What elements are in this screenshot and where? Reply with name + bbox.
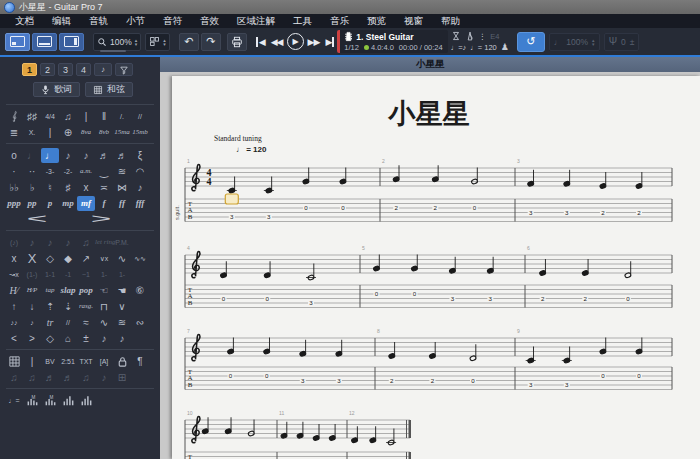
palette-icon[interactable]: ♭ xyxy=(23,180,41,195)
palette-icon[interactable]: ± xyxy=(77,331,95,346)
hourglass-icon[interactable] xyxy=(451,31,461,41)
score-canvas[interactable]: 44TABs.guit.13300222033322TAB40035003362… xyxy=(172,76,700,459)
palette-icon[interactable]: // xyxy=(59,315,77,330)
palette-icon[interactable]: > xyxy=(0,211,160,228)
palette-icon[interactable]: 15ma xyxy=(113,125,131,140)
palette-icon[interactable]: ♬ xyxy=(59,370,77,385)
palette-icon[interactable]: ♩ xyxy=(23,148,41,163)
palette-icon[interactable]: 1- xyxy=(113,267,131,282)
count-in-icon[interactable]: ♟ xyxy=(501,42,509,52)
palette-icon[interactable]: X. xyxy=(23,125,41,140)
palette-icon[interactable]: ♬ xyxy=(95,148,113,163)
palette-icon[interactable]: o xyxy=(5,148,23,163)
track-display[interactable]: 1. Steel Guitar 1/12 4.0:4.0 00:00 / 00:… xyxy=(337,30,447,53)
page-layout-control[interactable]: ▴▾ xyxy=(145,33,170,51)
palette-icon[interactable]: ↝x xyxy=(5,267,23,282)
palette-icon[interactable]: ◠ xyxy=(131,164,149,179)
palette-icon[interactable]: ♪ xyxy=(95,370,113,385)
palette-icon[interactable]: ≣ xyxy=(5,125,23,140)
palette-icon[interactable]: | xyxy=(77,109,95,124)
palette-icon[interactable]: ♪ xyxy=(77,148,95,163)
palette-icon[interactable]: ♪ xyxy=(23,315,41,330)
menu-item[interactable]: 音效 xyxy=(191,14,228,28)
palette-icon[interactable]: mf xyxy=(77,196,95,211)
palette-icon[interactable]: ⊕ xyxy=(59,125,77,140)
palette-icon[interactable]: p xyxy=(41,196,59,211)
more-options-icon[interactable]: ⋮ xyxy=(479,32,487,41)
zoom-stepper[interactable]: ▴▾ xyxy=(135,38,138,46)
palette-icon[interactable]: ·· xyxy=(23,164,41,179)
menu-item[interactable]: 音轨 xyxy=(80,14,117,28)
palette-icon[interactable]: ♮ xyxy=(41,180,59,195)
palette-icon[interactable]: ♯ xyxy=(59,180,77,195)
view-mode-screen-button[interactable] xyxy=(59,33,84,51)
palette-icon[interactable]: ♩ xyxy=(41,148,59,163)
eq-icon[interactable] xyxy=(77,393,95,408)
palette-icon[interactable]: x xyxy=(5,251,23,266)
note-equals-toggle[interactable]: ♩=♪ xyxy=(451,43,467,52)
palette-icon[interactable]: ⋈ xyxy=(113,180,131,195)
palette-icon[interactable]: ↗ xyxy=(77,251,95,266)
palette-icon[interactable]: | xyxy=(23,354,41,369)
chords-button[interactable]: 和弦 xyxy=(85,82,133,97)
palette-icon[interactable]: ♩= xyxy=(5,393,23,408)
palette-icon[interactable]: ff xyxy=(113,196,131,211)
fast-forward-button[interactable]: ▶▶ xyxy=(306,37,322,47)
palette-icon[interactable]: < xyxy=(5,331,23,346)
palette-icon[interactable]: [A] xyxy=(95,354,113,369)
palette-icon[interactable]: H⁄P xyxy=(23,283,41,298)
view-mode-parchment-button[interactable] xyxy=(32,33,57,51)
palette-icon[interactable]: ♫ xyxy=(59,109,77,124)
palette-icon[interactable]: ⑥ xyxy=(131,283,149,298)
palette-icon[interactable]: ☚ xyxy=(113,283,131,298)
voice-tab-2[interactable]: 2 xyxy=(40,63,55,76)
palette-icon[interactable]: ♬ xyxy=(41,370,59,385)
palette-icon[interactable]: > xyxy=(23,331,41,346)
palette-icon[interactable]: rasg. xyxy=(77,299,95,314)
eqm-icon[interactable] xyxy=(23,393,41,408)
palette-icon[interactable]: // xyxy=(131,109,149,124)
palette-icon[interactable]: ◇ xyxy=(41,331,59,346)
palette-icon[interactable]: ∨ xyxy=(113,299,131,314)
print-button[interactable] xyxy=(227,33,247,51)
palette-icon[interactable]: ⇡ xyxy=(41,299,59,314)
zoom-control[interactable]: 100% ▴▾ xyxy=(93,33,141,51)
rewind-button[interactable]: ◀◀ xyxy=(269,37,285,47)
palette-icon[interactable]: 1-1 xyxy=(41,267,59,282)
menu-item[interactable]: 音乐 xyxy=(321,14,358,28)
menu-item[interactable]: 视窗 xyxy=(395,14,432,28)
palette-icon[interactable]: ♯♯ xyxy=(23,109,41,124)
palette-icon[interactable]: f xyxy=(95,196,113,211)
palette-icon[interactable]: ≍ xyxy=(95,180,113,195)
palette-icon[interactable]: -1 xyxy=(59,267,77,282)
palette-icon[interactable]: ♪ xyxy=(113,331,131,346)
go-to-end-button[interactable]: ▶ xyxy=(323,37,334,47)
eq-icon[interactable] xyxy=(59,393,77,408)
palette-icon[interactable]: ↓ xyxy=(23,299,41,314)
lyrics-button[interactable]: 歌词 xyxy=(33,82,80,97)
palette-icon[interactable]: ≋ xyxy=(113,315,131,330)
palette-icon[interactable]: ‿ xyxy=(95,164,113,179)
palette-icon[interactable]: a.m. xyxy=(77,164,95,179)
redo-button[interactable]: ↷ xyxy=(201,33,221,51)
palette-icon[interactable]: ♫ xyxy=(77,370,95,385)
menu-item[interactable]: 音符 xyxy=(154,14,191,28)
palette-icon[interactable]: (1-) xyxy=(23,267,41,282)
palette-icon[interactable]: ↑ xyxy=(5,299,23,314)
menu-item[interactable]: 帮助 xyxy=(432,14,469,28)
voice-tab-4[interactable]: 4 xyxy=(76,63,91,76)
palette-icon[interactable]: let ring xyxy=(95,235,113,250)
palette-icon[interactable]: ♫ xyxy=(5,370,23,385)
palette-icon[interactable]: ∨x xyxy=(95,251,113,266)
palette-icon[interactable]: ⊞ xyxy=(113,370,131,385)
menu-item[interactable]: 小节 xyxy=(117,14,154,28)
metronome-icon[interactable] xyxy=(465,31,475,41)
palette-icon[interactable]: ♫ xyxy=(77,235,95,250)
palette-icon[interactable]: ♪ xyxy=(59,235,77,250)
palette-icon[interactable]: ⌂ xyxy=(59,331,77,346)
palette-icon[interactable]: ∿∿ xyxy=(131,251,149,266)
palette-icon[interactable]: ∾ xyxy=(131,315,149,330)
voice-tab-3[interactable]: 3 xyxy=(58,63,73,76)
palette-icon[interactable]: ♫ xyxy=(23,370,41,385)
palette-icon[interactable]: ‖ xyxy=(95,109,113,124)
